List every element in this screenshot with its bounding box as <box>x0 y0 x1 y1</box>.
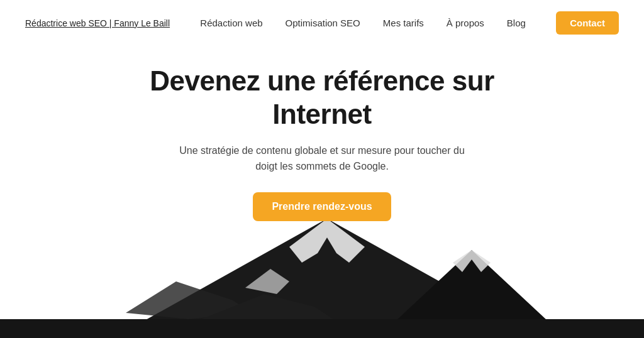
nav-item-blog[interactable]: Blog <box>507 18 526 29</box>
nav-links: Rédaction web Optimisation SEO Mes tarif… <box>200 18 526 29</box>
nav-item-tarifs[interactable]: Mes tarifs <box>383 18 424 29</box>
nav-link-blog[interactable]: Blog <box>507 18 526 28</box>
nav-item-seo[interactable]: Optimisation SEO <box>286 18 360 29</box>
nav-link-apropos[interactable]: À propos <box>447 18 484 28</box>
hero-subtext: Une stratégie de contenu globale et sur … <box>171 143 473 175</box>
contact-button[interactable]: Contact <box>556 11 619 35</box>
navbar: Rédactrice web SEO | Fanny Le Baill Réda… <box>0 0 644 46</box>
logo-link[interactable]: Rédactrice web SEO | Fanny Le Baill <box>25 18 170 28</box>
site-logo[interactable]: Rédactrice web SEO | Fanny Le Baill <box>25 18 170 29</box>
nav-item-apropos[interactable]: À propos <box>447 18 484 29</box>
nav-item-redaction[interactable]: Rédaction web <box>200 18 262 29</box>
hero-heading-line2: Internet <box>272 99 371 129</box>
hero-cta-button[interactable]: Prendre rendez-vous <box>253 192 391 221</box>
svg-rect-7 <box>0 319 644 338</box>
nav-link-tarifs[interactable]: Mes tarifs <box>383 18 424 28</box>
hero-heading: Devenez une référence sur Internet <box>13 65 631 131</box>
nav-link-seo[interactable]: Optimisation SEO <box>286 18 360 28</box>
hero-heading-line1: Devenez une référence sur <box>150 65 494 96</box>
hero-section: Devenez une référence sur Internet Une s… <box>0 46 644 221</box>
nav-link-redaction[interactable]: Rédaction web <box>200 18 262 28</box>
